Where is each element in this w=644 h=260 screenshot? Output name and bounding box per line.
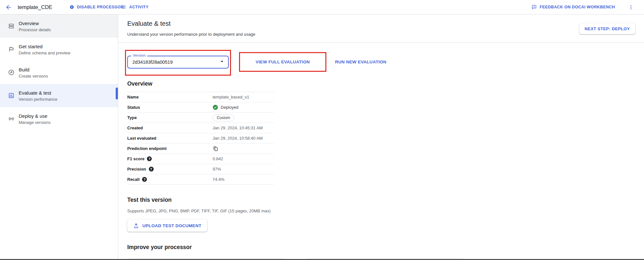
annotation-box-view-full-evaluation: VIEW FULL EVALUATION	[239, 52, 326, 72]
broadcast-icon	[8, 116, 14, 122]
table-row-recall: Recall 74.4%	[127, 174, 274, 185]
feedback-button[interactable]: FEEDBACK ON DOCAI WORKBENCH	[532, 0, 615, 14]
overview-layers-icon	[8, 23, 14, 29]
bar-chart-icon	[8, 92, 14, 99]
table-row-type: Type Custom	[127, 113, 274, 123]
sidebar-item-title: Deploy & use	[19, 113, 51, 119]
overview-heading: Overview	[127, 80, 152, 87]
copy-icon	[213, 146, 218, 152]
sidebar: Overview Processor details Get started D…	[0, 14, 118, 259]
table-row-last-evaluated: Last evaluated Jan 29, 2024, 10:58:40 AM	[127, 133, 274, 144]
feedback-label: FEEDBACK ON DOCAI WORKBENCH	[540, 5, 615, 9]
sidebar-item-subtitle: Version performance	[19, 97, 57, 102]
table-row-prediction-endpoint: Prediction endpoint	[127, 144, 274, 154]
table-row-precision: Precision 97%	[127, 164, 274, 174]
upload-test-document-button[interactable]: UPLOAD TEST DOCUMENT	[127, 219, 207, 232]
sidebar-item-subtitle: Processor details	[19, 27, 51, 32]
last-evaluated-value: Jan 29, 2024, 10:58:40 AM	[213, 136, 274, 141]
page-subtitle: Understand your version performance prio…	[127, 32, 255, 37]
sidebar-scrollbar-thumb[interactable]	[116, 88, 118, 99]
name-value: template_based_v1	[213, 95, 274, 99]
sidebar-item-get-started[interactable]: Get started Define schema and preview	[0, 38, 118, 61]
sidebar-item-deploy-use[interactable]: Deploy & use Manage versions	[0, 107, 118, 130]
deployed-check-icon	[213, 105, 218, 110]
back-arrow-icon	[5, 4, 12, 11]
help-icon[interactable]	[147, 156, 152, 161]
sidebar-item-overview[interactable]: Overview Processor details	[0, 14, 118, 38]
help-icon[interactable]	[142, 177, 147, 182]
page-title: Evaluate & test	[127, 20, 171, 27]
next-step-deploy-button[interactable]: NEXT STEP: DEPLOY	[579, 23, 635, 34]
activity-label: ACTIVITY	[129, 5, 149, 9]
recall-value: 74.4%	[213, 177, 274, 182]
sidebar-item-subtitle: Create versions	[19, 74, 48, 79]
version-select-label: Version	[131, 53, 147, 57]
improve-processor-heading: Improve your processor	[127, 244, 192, 251]
f1-score-value: 0.842	[213, 156, 274, 161]
overview-table: Name template_based_v1 Status Deployed T…	[127, 92, 274, 185]
build-wrench-icon	[8, 69, 14, 76]
sidebar-item-subtitle: Manage versions	[19, 120, 51, 125]
help-icon[interactable]	[149, 167, 154, 172]
upload-icon	[133, 223, 139, 229]
disable-processor-button[interactable]: DISABLE PROCESSOR	[70, 0, 124, 14]
precision-value: 97%	[213, 167, 274, 172]
disable-circle-icon	[70, 5, 74, 9]
processor-title: template_CDE	[18, 0, 52, 14]
version-select[interactable]: Version 2d34183f28a00519	[127, 56, 229, 69]
view-full-evaluation-button[interactable]: VIEW FULL EVALUATION	[256, 60, 310, 64]
top-bar: template_CDE DISABLE PROCESSOR ACTIVITY …	[0, 0, 644, 14]
sidebar-item-evaluate-test[interactable]: Evaluate & test Version performance	[0, 84, 118, 107]
table-row-name: Name template_based_v1	[127, 92, 274, 102]
run-new-evaluation-button[interactable]: RUN NEW EVALUATION	[335, 52, 386, 72]
sidebar-item-title: Get started	[19, 43, 70, 50]
feedback-bubble-icon	[532, 5, 537, 10]
activity-button[interactable]: ACTIVITY	[121, 0, 149, 14]
kebab-menu-icon	[628, 5, 634, 10]
page-header: Evaluate & test Understand your version …	[118, 14, 644, 43]
status-badge: Deployed	[213, 105, 274, 110]
more-options-button[interactable]	[628, 0, 634, 14]
version-select-value: 2d34183f28a00519	[132, 60, 173, 65]
sidebar-item-build[interactable]: Build Create versions	[0, 61, 118, 84]
activity-list-icon	[121, 5, 126, 10]
sidebar-item-title: Build	[19, 67, 48, 73]
copy-endpoint-button[interactable]	[213, 146, 218, 152]
sidebar-item-subtitle: Define schema and preview	[19, 51, 70, 55]
test-version-heading: Test this version	[127, 197, 172, 203]
sidebar-item-title: Evaluate & test	[19, 90, 57, 96]
table-row-created: Created Jan 29, 2024, 10:45:31 AM	[127, 123, 274, 133]
sidebar-item-title: Overview	[19, 20, 51, 26]
disable-processor-label: DISABLE PROCESSOR	[77, 5, 124, 9]
type-chip: Custom	[213, 114, 234, 121]
table-row-f1-score: F1 score 0.842	[127, 154, 274, 164]
flag-icon	[8, 46, 14, 52]
docai-workbench-window: template_CDE DISABLE PROCESSOR ACTIVITY …	[0, 0, 644, 260]
upload-button-label: UPLOAD TEST DOCUMENT	[142, 223, 201, 228]
back-button[interactable]	[5, 0, 12, 14]
supported-formats-text: Supports JPEG, JPG, PNG, BMP, PDF, TIFF,…	[127, 209, 271, 213]
chevron-down-icon	[219, 58, 225, 66]
created-value: Jan 29, 2024, 10:45:31 AM	[213, 125, 274, 130]
table-row-status: Status Deployed	[127, 102, 274, 113]
